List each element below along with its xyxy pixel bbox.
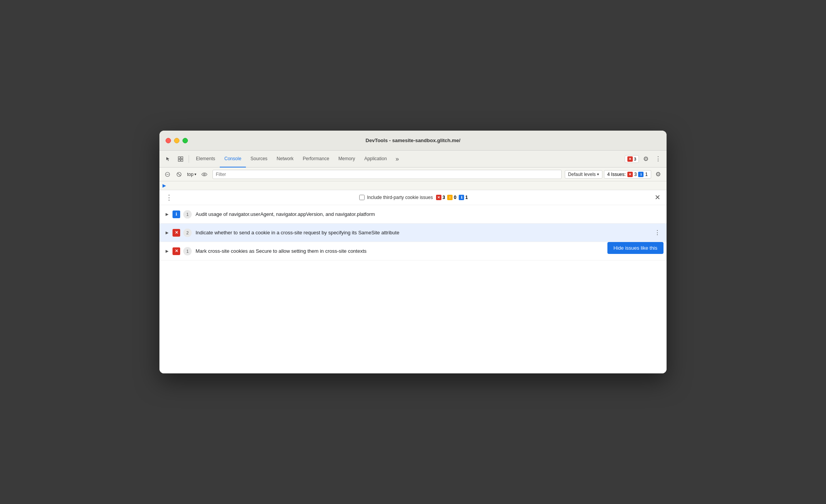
- tab-navigation: Elements Console Sources Network Perform…: [191, 151, 624, 167]
- nested-bar: ▶: [159, 181, 667, 190]
- more-menu-icon[interactable]: ⋮: [653, 154, 663, 164]
- top-selector-chevron: ▾: [194, 172, 196, 176]
- breadcrumb-arrow: ▶: [163, 183, 166, 188]
- issues-error-count: 3: [634, 172, 637, 177]
- third-party-section: Include third-party cookie issues ✕ 3 ! …: [359, 195, 468, 200]
- toolbar-separator: [189, 155, 189, 163]
- issue-type-info-icon: ℹ: [172, 211, 180, 218]
- info-count-value: 1: [465, 195, 468, 200]
- svg-rect-2: [178, 159, 180, 161]
- default-levels-btn[interactable]: Default levels ▾: [565, 170, 602, 179]
- svg-rect-1: [181, 157, 183, 159]
- maximize-traffic-light[interactable]: [182, 138, 188, 143]
- titlebar: DevTools - samesite-sandbox.glitch.me/: [159, 131, 667, 151]
- issue-count-badge: 1: [183, 247, 192, 255]
- default-levels-label: Default levels: [568, 172, 596, 177]
- issue-counts: ✕ 3 ! 0 ℹ 1: [436, 195, 468, 200]
- issue-row-menu-icon[interactable]: ⋮: [653, 228, 662, 237]
- toolbar-right: ✕ 3 ⚙ ⋮: [625, 154, 663, 164]
- expand-arrow-icon: ▶: [164, 248, 170, 254]
- issue-row[interactable]: ▶ ✕ 1 Mark cross-site cookies as Secure …: [159, 242, 667, 260]
- svg-line-7: [178, 173, 181, 176]
- minimize-traffic-light[interactable]: [174, 138, 179, 143]
- third-party-checkbox[interactable]: [359, 195, 365, 200]
- filter-input[interactable]: [212, 170, 562, 179]
- expand-arrow-icon: ▶: [164, 211, 170, 217]
- issue-count-badge: 1: [183, 210, 192, 219]
- issues-info-count: 1: [645, 172, 648, 177]
- console-toolbar: top ▾ Default levels ▾ 4 Issues: ✕ 3 ℹ 1…: [159, 167, 667, 181]
- issue-text: Mark cross-site cookies as Secure to all…: [196, 248, 662, 254]
- top-selector-btn[interactable]: top ▾: [186, 171, 198, 178]
- issues-content: ▶ ⋮ Include third-party cookie issues ✕ …: [159, 181, 667, 373]
- issue-row[interactable]: ▶ ℹ 1 Audit usage of navigator.userAgent…: [159, 205, 667, 224]
- devtools-window: DevTools - samesite-sandbox.glitch.me/ E…: [159, 131, 667, 373]
- issue-type-error-icon: ✕: [172, 229, 180, 237]
- error-badge: ✕ 3: [625, 155, 639, 163]
- issue-text: Indicate whether to send a cookie in a c…: [196, 230, 653, 235]
- tab-elements[interactable]: Elements: [191, 151, 220, 167]
- tab-application[interactable]: Application: [360, 151, 391, 167]
- error-count-item: ✕ 3: [436, 195, 445, 200]
- info-count-item: ℹ 1: [459, 195, 468, 200]
- close-panel-btn[interactable]: ✕: [655, 193, 660, 202]
- inspect-icon-btn[interactable]: [175, 153, 186, 165]
- tab-sources[interactable]: Sources: [246, 151, 272, 167]
- hide-issues-popup[interactable]: Hide issues like this: [607, 242, 663, 254]
- svg-rect-3: [181, 159, 183, 161]
- issues-label: 4 Issues:: [607, 172, 626, 177]
- error-count-badge-icon: ✕: [436, 195, 441, 200]
- third-party-checkbox-label[interactable]: Include third-party cookie issues: [359, 195, 433, 200]
- tab-memory[interactable]: Memory: [334, 151, 360, 167]
- issues-badge[interactable]: 4 Issues: ✕ 3 ℹ 1: [604, 170, 651, 179]
- issue-count-badge: 2: [183, 229, 192, 237]
- three-dots-menu-btn[interactable]: ⋮: [166, 193, 172, 202]
- more-tabs-btn[interactable]: »: [391, 153, 403, 165]
- issues-info-icon: ℹ: [638, 172, 644, 177]
- svg-point-8: [204, 174, 205, 175]
- block-icon-btn[interactable]: [174, 169, 184, 179]
- tab-console[interactable]: Console: [220, 151, 246, 167]
- issues-error-icon: ✕: [627, 172, 633, 177]
- warn-count-value: 0: [454, 195, 456, 200]
- tab-performance[interactable]: Performance: [298, 151, 334, 167]
- console-settings-icon[interactable]: ⚙: [653, 169, 663, 180]
- info-count-badge-icon: ℹ: [459, 195, 464, 200]
- warn-count-badge-icon: !: [447, 195, 453, 200]
- clear-console-btn[interactable]: [163, 169, 172, 179]
- warn-count-item: ! 0: [447, 195, 456, 200]
- default-levels-chevron: ▾: [597, 172, 599, 176]
- traffic-lights: [166, 138, 188, 143]
- issue-text: Audit usage of navigator.userAgent, navi…: [196, 211, 662, 217]
- settings-icon[interactable]: ⚙: [640, 154, 651, 164]
- cursor-icon-btn[interactable]: [163, 153, 174, 165]
- svg-rect-0: [178, 157, 180, 159]
- top-selector-label: top: [187, 172, 194, 177]
- third-party-label-text: Include third-party cookie issues: [367, 195, 433, 200]
- issue-row[interactable]: ▶ ✕ 2 Indicate whether to send a cookie …: [159, 224, 667, 242]
- close-traffic-light[interactable]: [166, 138, 171, 143]
- error-count-value: 3: [443, 195, 445, 200]
- error-icon: ✕: [627, 156, 633, 162]
- expand-arrow-icon: ▶: [164, 230, 170, 236]
- error-count: 3: [634, 157, 636, 161]
- tab-network[interactable]: Network: [272, 151, 298, 167]
- eye-icon-btn[interactable]: [199, 169, 209, 179]
- issues-topbar: ⋮ Include third-party cookie issues ✕ 3 …: [159, 190, 667, 205]
- issue-type-error-icon: ✕: [172, 247, 180, 255]
- main-toolbar: Elements Console Sources Network Perform…: [159, 151, 667, 167]
- window-title: DevTools - samesite-sandbox.glitch.me/: [366, 138, 461, 143]
